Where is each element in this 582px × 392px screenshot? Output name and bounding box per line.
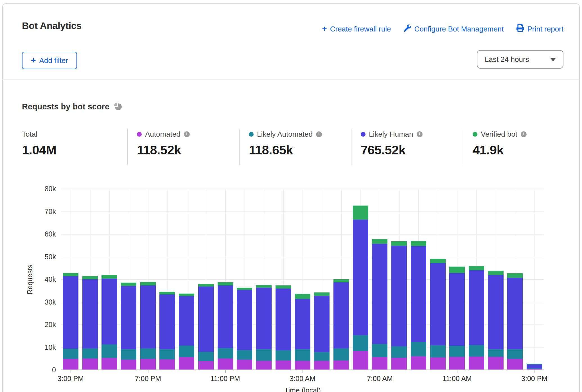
likely-human-segment[interactable] (256, 288, 272, 349)
likely-human-segment[interactable] (411, 246, 426, 342)
likely-human-segment[interactable] (276, 289, 291, 350)
likely-automated-segment[interactable] (372, 344, 387, 357)
automated-segment[interactable] (63, 359, 78, 370)
automated-segment[interactable] (314, 361, 330, 370)
likely-human-segment[interactable] (237, 290, 252, 350)
verified-bot-segment[interactable] (372, 239, 387, 244)
likely-human-segment[interactable] (488, 275, 504, 349)
likely-automated-segment[interactable] (63, 349, 78, 359)
verified-bot-segment[interactable] (333, 279, 349, 282)
likely-human-segment[interactable] (121, 286, 136, 349)
verified-bot-segment[interactable] (159, 292, 175, 294)
likely-automated-segment[interactable] (411, 342, 426, 356)
verified-bot-segment[interactable] (101, 275, 117, 279)
verified-bot-segment[interactable] (391, 241, 407, 246)
automated-segment[interactable] (430, 357, 446, 370)
likely-human-segment[interactable] (159, 294, 175, 349)
likely-human-segment[interactable] (179, 296, 194, 345)
info-icon[interactable]: i (521, 131, 527, 137)
verified-bot-segment[interactable] (218, 282, 233, 285)
likely-automated-segment[interactable] (140, 348, 156, 359)
likely-automated-segment[interactable] (121, 349, 136, 359)
automated-segment[interactable] (159, 359, 175, 370)
likely-human-segment[interactable] (372, 244, 387, 344)
likely-human-segment[interactable] (527, 364, 542, 368)
likely-automated-segment[interactable] (449, 346, 465, 357)
likely-human-segment[interactable] (333, 282, 349, 348)
verified-bot-segment[interactable] (353, 206, 368, 220)
verified-bot-segment[interactable] (276, 285, 291, 288)
automated-segment[interactable] (527, 369, 542, 370)
likely-human-segment[interactable] (140, 285, 156, 349)
verified-bot-segment[interactable] (469, 266, 484, 270)
automated-segment[interactable] (101, 358, 117, 370)
automated-segment[interactable] (276, 361, 291, 370)
configure-bot-management-link[interactable]: Configure Bot Management (404, 24, 504, 34)
info-icon[interactable]: i (316, 131, 322, 137)
likely-human-segment[interactable] (82, 279, 98, 348)
likely-human-segment[interactable] (314, 296, 330, 352)
likely-automated-segment[interactable] (488, 349, 504, 357)
likely-automated-segment[interactable] (333, 348, 349, 361)
likely-automated-segment[interactable] (314, 352, 330, 361)
verified-bot-segment[interactable] (314, 292, 330, 296)
likely-automated-segment[interactable] (353, 335, 368, 351)
time-range-dropdown[interactable]: Last 24 hours (477, 50, 563, 69)
automated-segment[interactable] (449, 357, 465, 370)
likely-human-segment[interactable] (449, 273, 465, 346)
likely-automated-segment[interactable] (218, 348, 233, 359)
automated-segment[interactable] (411, 356, 426, 370)
automated-segment[interactable] (372, 357, 387, 370)
automated-segment[interactable] (353, 351, 368, 370)
verified-bot-segment[interactable] (430, 259, 446, 263)
verified-bot-segment[interactable] (82, 276, 98, 279)
likely-human-segment[interactable] (430, 263, 446, 345)
add-filter-button[interactable]: + Add filter (22, 52, 77, 69)
automated-segment[interactable] (333, 361, 349, 370)
automated-segment[interactable] (469, 357, 484, 370)
likely-automated-segment[interactable] (295, 349, 310, 361)
likely-automated-segment[interactable] (507, 349, 523, 359)
likely-human-segment[interactable] (218, 285, 233, 348)
likely-automated-segment[interactable] (276, 350, 291, 361)
automated-segment[interactable] (488, 357, 504, 370)
likely-automated-segment[interactable] (391, 346, 407, 358)
likely-human-segment[interactable] (353, 220, 368, 335)
verified-bot-segment[interactable] (121, 283, 136, 286)
likely-automated-segment[interactable] (198, 352, 214, 361)
verified-bot-segment[interactable] (295, 294, 310, 299)
automated-segment[interactable] (295, 361, 310, 370)
likely-automated-segment[interactable] (256, 349, 272, 361)
likely-human-segment[interactable] (198, 287, 214, 352)
automated-segment[interactable] (507, 359, 523, 370)
automated-segment[interactable] (256, 361, 272, 370)
likely-automated-segment[interactable] (159, 349, 175, 359)
create-firewall-rule-link[interactable]: + Create firewall rule (322, 25, 391, 33)
likely-automated-segment[interactable] (469, 345, 484, 357)
verified-bot-segment[interactable] (488, 271, 504, 275)
verified-bot-segment[interactable] (237, 288, 252, 290)
likely-automated-segment[interactable] (101, 344, 117, 358)
verified-bot-segment[interactable] (411, 241, 426, 246)
automated-segment[interactable] (218, 359, 233, 370)
automated-segment[interactable] (121, 360, 136, 370)
verified-bot-segment[interactable] (179, 294, 194, 296)
likely-human-segment[interactable] (507, 278, 523, 349)
automated-segment[interactable] (198, 361, 214, 370)
likely-human-segment[interactable] (469, 270, 484, 345)
likely-automated-segment[interactable] (82, 348, 98, 359)
verified-bot-segment[interactable] (198, 284, 214, 287)
likely-human-segment[interactable] (101, 279, 117, 344)
likely-automated-segment[interactable] (237, 350, 252, 360)
info-icon[interactable]: i (184, 131, 190, 137)
verified-bot-segment[interactable] (507, 273, 523, 278)
verified-bot-segment[interactable] (256, 285, 272, 288)
automated-segment[interactable] (140, 359, 156, 370)
automated-segment[interactable] (179, 357, 194, 370)
automated-segment[interactable] (82, 359, 98, 370)
print-report-link[interactable]: Print report (516, 24, 563, 34)
verified-bot-segment[interactable] (63, 273, 78, 276)
likely-automated-segment[interactable] (430, 345, 446, 357)
likely-human-segment[interactable] (295, 299, 310, 350)
likely-automated-segment[interactable] (179, 346, 194, 357)
